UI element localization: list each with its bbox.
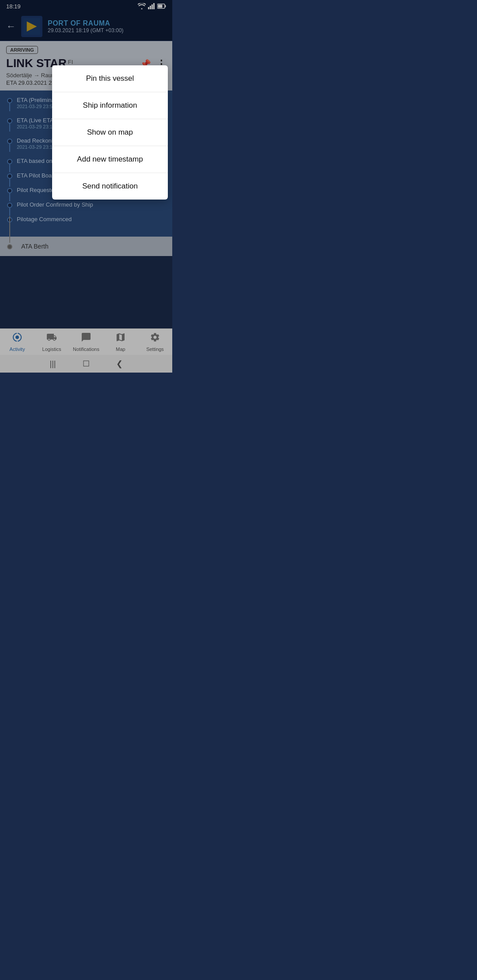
context-menu-item-ship-information[interactable]: Ship information — [52, 92, 168, 119]
context-menu-item-pin-this-vessel[interactable]: Pin this vessel — [52, 65, 168, 92]
context-menu-item-send-notification[interactable]: Send notification — [52, 173, 168, 200]
context-menu-item-add-new-timestamp[interactable]: Add new timestamp — [52, 146, 168, 173]
context-menu: Pin this vesselShip informationShow on m… — [52, 65, 168, 200]
context-menu-item-show-on-map[interactable]: Show on map — [52, 119, 168, 146]
